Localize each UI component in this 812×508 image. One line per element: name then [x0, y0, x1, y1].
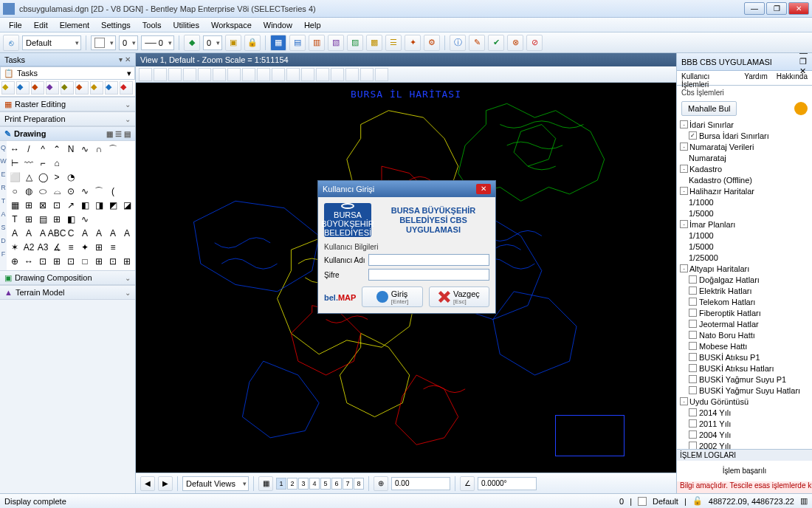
tree-node[interactable]: BUSKİ Atıksu Hatları — [677, 363, 812, 374]
drawing-tool[interactable]: ⊙ — [64, 185, 78, 198]
tree-node[interactable]: Mobese Hattı — [677, 340, 812, 351]
drawing-tool[interactable] — [120, 143, 134, 156]
drawing-tool[interactable]: A — [8, 227, 21, 240]
drawing-tool[interactable]: ∿ — [78, 185, 92, 198]
menu-utilities[interactable]: Utilities — [168, 19, 205, 31]
drawing-tool[interactable]: A — [92, 227, 106, 240]
panel-min-button[interactable]: — — [799, 48, 808, 57]
task-icon[interactable]: ◆ — [61, 81, 74, 95]
login-cancel-button[interactable]: Vazgeç[Esc] — [429, 286, 489, 307]
drawing-tool[interactable] — [92, 157, 106, 170]
tree-node[interactable]: 1/25000 — [677, 252, 812, 263]
menu-edit[interactable]: Edit — [28, 19, 54, 31]
status-color-swatch[interactable] — [638, 497, 647, 506]
drawing-tool[interactable]: ⌃ — [50, 143, 63, 156]
tool-button[interactable]: 🔒 — [244, 35, 261, 51]
coord-x-field[interactable]: 0.00 — [391, 477, 450, 490]
drawing-tool[interactable]: ∿ — [78, 213, 92, 226]
username-input[interactable] — [368, 254, 489, 266]
tree-node[interactable]: 2014 Yılı — [677, 407, 812, 418]
tree-node[interactable]: -Altyapı Haritaları — [677, 263, 812, 274]
view-tool[interactable] — [242, 68, 255, 81]
tree-node[interactable]: 1/1000 — [677, 196, 812, 207]
view-number-3[interactable]: 3 — [298, 478, 309, 490]
drawing-tool[interactable]: ◩ — [106, 199, 120, 212]
menu-workspace[interactable]: Workspace — [205, 19, 258, 31]
nav-fwd-button[interactable]: ▶ — [158, 476, 173, 491]
drawing-tool[interactable]: A3 — [36, 241, 49, 254]
tree-checkbox[interactable] — [689, 331, 697, 339]
view-tool[interactable] — [227, 68, 241, 81]
view-tool[interactable] — [183, 68, 196, 81]
drawing-tool[interactable] — [120, 185, 134, 198]
drawing-tool[interactable] — [78, 157, 92, 170]
tree-node[interactable]: Telekom Hatları — [677, 296, 812, 307]
drawing-tool[interactable]: ^ — [36, 143, 49, 156]
drawing-tool[interactable]: ∡ — [50, 241, 63, 254]
minimize-button[interactable]: — — [744, 2, 765, 15]
drawing-tool[interactable]: ↔ — [22, 255, 35, 268]
tree-node[interactable]: -Halihazır Haritalar — [677, 185, 812, 196]
view-number-6[interactable]: 6 — [331, 478, 342, 490]
drawing-tool[interactable]: ◧ — [78, 199, 92, 212]
task-icon[interactable]: ◆ — [16, 81, 30, 95]
style-select[interactable]: Default — [22, 35, 81, 50]
drawing-tool[interactable]: 〰 — [22, 157, 35, 170]
task-icon[interactable]: ◆ — [75, 81, 89, 95]
tool-button[interactable]: ⎋ — [3, 35, 19, 51]
task-icon[interactable]: ◆ — [1, 81, 15, 95]
drawing-tool[interactable] — [120, 157, 134, 170]
task-icon[interactable]: ◆ — [105, 81, 118, 95]
info-button[interactable]: ⓘ — [450, 35, 466, 51]
tree-node[interactable]: Elektrik Hatları — [677, 285, 812, 296]
drawing-tool[interactable]: ( — [106, 185, 120, 198]
status-extra-icon[interactable]: ▥ — [800, 496, 808, 506]
lock-icon[interactable]: 🔓 — [692, 496, 703, 506]
tree-node[interactable]: Nato Boru Hattı — [677, 329, 812, 340]
close-button[interactable]: ✕ — [788, 2, 809, 15]
menu-tools[interactable]: Tools — [137, 19, 168, 31]
drawing-tool[interactable]: ⊞ — [92, 255, 106, 268]
nav-back-button[interactable]: ◀ — [140, 476, 155, 491]
mahalle-bul-button[interactable]: Mahalle Bul — [681, 101, 737, 116]
drawing-tool[interactable] — [120, 241, 134, 254]
cbs-tab[interactable]: Hakkında — [772, 71, 812, 85]
menu-file[interactable]: File — [3, 19, 28, 31]
drawing-tool[interactable]: T — [8, 213, 21, 226]
drawing-tool[interactable]: ↗ — [64, 199, 78, 212]
tree-node[interactable]: 1/1000 — [677, 230, 812, 241]
panel-close-icon[interactable]: ▾ ✕ — [119, 55, 131, 64]
tree-node[interactable]: 2011 Yılı — [677, 418, 812, 429]
tree-node[interactable]: BUSKİ Atıksu P1 — [677, 351, 812, 363]
color-select[interactable] — [91, 35, 116, 50]
view-grid-button[interactable]: ▦ — [258, 476, 273, 491]
drawing-tool[interactable]: ◔ — [64, 171, 78, 184]
drawing-tool[interactable]: ∿ — [78, 143, 92, 156]
drawing-tool[interactable] — [106, 213, 120, 226]
drawing-tool[interactable]: ABC — [50, 227, 63, 240]
tree-checkbox[interactable] — [689, 430, 697, 439]
dialog-titlebar[interactable]: Kullanıcı Girişi ✕ — [318, 181, 495, 197]
drawing-tool[interactable]: C — [64, 227, 78, 240]
view-tool[interactable] — [154, 68, 167, 81]
task-icon[interactable]: ◆ — [46, 81, 59, 95]
drawing-tool[interactable]: ⊞ — [50, 255, 63, 268]
drawing-tool[interactable]: A — [22, 227, 35, 240]
drawing-tool[interactable]: ⊞ — [92, 241, 106, 254]
drawing-tool[interactable]: ◍ — [22, 185, 35, 198]
drawing-tool[interactable]: ↔ — [8, 143, 21, 156]
tree-node[interactable]: ✓Bursa İdari Sınırları — [677, 130, 812, 141]
tree-checkbox[interactable] — [689, 298, 697, 306]
tool-button[interactable]: ✎ — [469, 35, 485, 51]
section-drawing[interactable]: ✎Drawing▦ ☰ ▤ — [0, 126, 135, 141]
tree-node[interactable]: -Uydu Görüntüsü — [677, 396, 812, 407]
section-print[interactable]: Print Preparation⌄ — [0, 111, 135, 126]
viewset-select[interactable]: Default Views — [182, 476, 249, 491]
drawing-tool[interactable]: ⌂ — [50, 157, 63, 170]
tree-node[interactable]: Kadastro (Offline) — [677, 174, 812, 185]
drawing-tool[interactable]: ⊞ — [22, 213, 35, 226]
tree-expander[interactable]: - — [680, 120, 688, 128]
panel-max-button[interactable]: ❐ — [799, 57, 808, 66]
angle-icon[interactable]: ∠ — [460, 476, 475, 491]
drawing-tool[interactable]: ⊡ — [106, 255, 120, 268]
